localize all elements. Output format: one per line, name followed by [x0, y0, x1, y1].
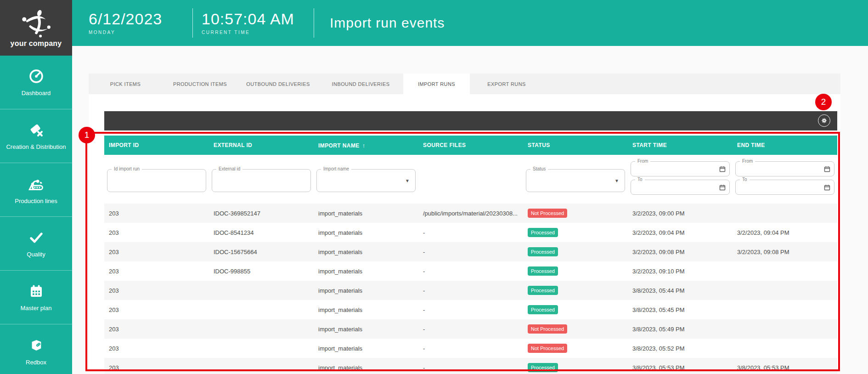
status-badge: Processed [528, 247, 558, 256]
sidebar-item-label: Master plan [18, 305, 55, 312]
main-content: PICK ITEMS PRODUCTION ITEMS OUTBOUND DEL… [72, 46, 868, 374]
gear-icon [821, 117, 828, 124]
cell-source-files: - [418, 345, 523, 352]
cell-external-id: IDOC-998855 [209, 268, 314, 275]
cell-status: Not Processed [523, 324, 628, 334]
gauge-icon [28, 68, 45, 85]
table-row[interactable]: 203 IDOC-15675664 import_materials - Pro… [104, 242, 837, 261]
header-time-block: 10:57:04 AM CURRENT TIME [202, 11, 314, 35]
tab-export-runs[interactable]: EXPORT RUNS [470, 74, 543, 94]
calendar-icon[interactable] [824, 166, 830, 172]
filter-end-from-input[interactable] [736, 162, 834, 176]
sidebar-item-label: Creation & Distribution [3, 143, 68, 150]
cell-import-name: import_materials [314, 287, 418, 294]
sidebar-item-master-plan[interactable]: Master plan [0, 271, 72, 324]
cell-end-time: 3/2/2023, 09:08 PM [733, 249, 837, 255]
filter-status-select[interactable]: Status ▼ [526, 169, 625, 192]
cell-start-time: 3/2/2023, 09:08 PM [628, 249, 733, 255]
cell-import-id: 203 [104, 268, 209, 275]
cell-import-name: import_materials [314, 268, 418, 275]
cell-source-files: - [418, 268, 523, 275]
table-row[interactable]: 203 IDOC-369852147 import_materials /pub… [104, 204, 837, 223]
filter-import-id-field: Id import run [107, 169, 206, 192]
table-row[interactable]: 203 IDOC-8541234 import_materials - Proc… [104, 223, 837, 242]
filter-cell-end-time: From To [733, 155, 837, 204]
cell-start-time: 3/8/2023, 05:49 PM [628, 326, 733, 333]
filter-start-to-field: To [631, 180, 730, 195]
cell-start-time: 3/8/2023, 05:52 PM [628, 345, 733, 352]
annotation-marker-2: 2 [815, 94, 832, 110]
cell-source-files: - [418, 249, 523, 255]
current-day: MONDAY [89, 30, 192, 35]
tab-production-items[interactable]: PRODUCTION ITEMS [162, 74, 238, 94]
current-time: 10:57:04 AM [202, 11, 314, 27]
table-header-row: IMPORT ID EXTERNAL ID IMPORT NAME↑ SOURC… [104, 136, 837, 155]
table-row[interactable]: 203 import_materials - Processed 3/8/202… [104, 300, 837, 319]
sidebar-item-label: Redbox [23, 359, 49, 366]
column-header-import-id[interactable]: IMPORT ID [104, 142, 209, 148]
column-header-import-name[interactable]: IMPORT NAME↑ [314, 142, 418, 149]
chevron-down-icon: ▼ [405, 178, 410, 183]
tab-pick-items[interactable]: PICK ITEMS [89, 74, 162, 94]
sidebar-item-quality[interactable]: Quality [0, 217, 72, 271]
tab-outbound-deliveries[interactable]: OUTBOUND DELIVERIES [238, 74, 318, 94]
cell-import-id: 203 [104, 364, 209, 371]
cell-source-files: - [418, 326, 523, 333]
calendar-icon[interactable] [719, 166, 726, 172]
status-badge: Processed [528, 363, 558, 372]
filter-external-id-input[interactable] [212, 170, 310, 192]
table-row[interactable]: 203 IDOC-998855 import_materials - Proce… [104, 261, 837, 281]
column-header-source-files[interactable]: SOURCE FILES [418, 142, 523, 148]
sidebar: your company Dashboard Creation & Distri… [0, 0, 72, 374]
status-badge: Processed [528, 266, 558, 276]
filter-end-to-field: To [735, 180, 834, 195]
filter-status-input[interactable] [526, 170, 625, 192]
column-header-status[interactable]: STATUS [523, 142, 628, 148]
filter-start-to-input[interactable] [631, 180, 729, 194]
company-logo: your company [0, 0, 72, 56]
cell-import-id: 203 [104, 210, 209, 217]
filter-end-to-input[interactable] [736, 180, 834, 194]
filter-external-id-field: External id [212, 169, 311, 192]
column-header-external-id[interactable]: EXTERNAL ID [209, 142, 314, 148]
filter-cell-source-files [418, 155, 523, 204]
table-row[interactable]: 203 import_materials - Not Processed 3/8… [104, 339, 837, 358]
tab-import-runs[interactable]: IMPORT RUNS [403, 74, 470, 94]
filter-import-name-input[interactable] [317, 170, 415, 192]
sidebar-item-creation-distribution[interactable]: Creation & Distribution [0, 109, 72, 163]
chevron-down-icon: ▼ [614, 178, 619, 183]
sort-ascending-icon: ↑ [362, 142, 366, 149]
cell-import-name: import_materials [314, 210, 418, 217]
cell-status: Processed [523, 363, 628, 372]
cell-status: Processed [523, 228, 628, 237]
settings-button[interactable] [818, 114, 830, 127]
cell-import-id: 203 [104, 345, 209, 352]
cell-import-name: import_materials [314, 229, 418, 236]
brand-name: your company [11, 40, 62, 48]
cell-import-name: import_materials [314, 345, 418, 352]
table-row[interactable]: 203 import_materials - Processed 3/8/202… [104, 358, 837, 374]
tab-inbound-deliveries[interactable]: INBOUND DELIVERIES [318, 74, 403, 94]
table-row[interactable]: 203 import_materials - Not Processed 3/8… [104, 319, 837, 339]
sidebar-item-dashboard[interactable]: Dashboard [0, 56, 72, 109]
status-badge: Processed [528, 286, 558, 295]
filter-cell-import-name: Import name ▼ [314, 155, 418, 204]
cell-import-name: import_materials [314, 326, 418, 333]
cell-external-id: IDOC-369852147 [209, 210, 314, 217]
filter-import-id-input[interactable] [107, 170, 206, 192]
filter-start-from-input[interactable] [631, 162, 729, 176]
sidebar-item-redbox[interactable]: Redbox [0, 324, 72, 374]
status-badge: Not Processed [528, 324, 567, 334]
filter-cell-external-id: External id [209, 155, 314, 204]
cell-start-time: 3/2/2023, 09:04 PM [628, 229, 733, 236]
column-header-start-time[interactable]: START TIME [628, 142, 733, 148]
calendar-icon[interactable] [719, 184, 726, 191]
filter-import-name-select[interactable]: Import name ▼ [316, 169, 416, 192]
robot-conveyor-icon [28, 175, 45, 193]
calendar-icon[interactable] [824, 184, 830, 191]
page-title: Import run events [330, 15, 445, 31]
table-row[interactable]: 203 import_materials - Processed 3/8/202… [104, 281, 837, 300]
sidebar-item-production-lines[interactable]: Production lines [0, 163, 72, 217]
cell-import-name: import_materials [314, 364, 418, 371]
column-header-end-time[interactable]: END TIME [733, 142, 837, 148]
